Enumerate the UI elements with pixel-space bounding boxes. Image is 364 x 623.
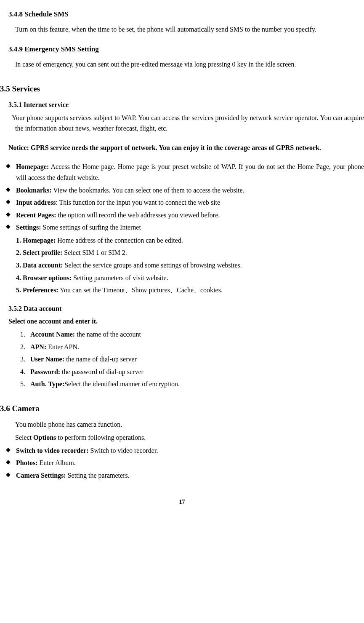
camera-bullet-photos: Photos: Enter Album. [8, 457, 364, 468]
settings-row-1-text: Home address of the connection can be ed… [56, 237, 183, 244]
camera-intro-1: You mobile phone has camera function. [15, 419, 364, 430]
bullet-input-address: Input address: This function for the inp… [8, 197, 364, 208]
bullet-recent-pages: Recent Pages: the option will record the… [8, 210, 364, 221]
account-2-text: Enter APN. [46, 343, 79, 350]
account-1-text: the name of the account [75, 331, 141, 338]
internet-bullet-list: Homepage: Access the Home page. Home pag… [0, 161, 364, 233]
settings-row-1-label: 1. Homepage: [16, 237, 56, 244]
para-internet-service: Your phone supports services subject to … [12, 112, 364, 134]
page-number: 17 [0, 497, 364, 507]
camera-intro-2c: to perform following operations. [56, 434, 146, 441]
account-2-label: APN: [30, 343, 46, 350]
account-5-label: Auth. Type: [30, 380, 64, 388]
account-3-label: User Name: [30, 356, 64, 363]
camera-photos-text: Enter Album. [38, 459, 76, 466]
camera-bullet-list: Switch to video recorder: Switch to vide… [0, 445, 364, 481]
heading-data-account: 3.5.2 Data account [8, 303, 364, 314]
settings-row-preferences: 5. Preferences: You can set the Timeout、… [16, 285, 364, 296]
settings-sublist: 1. Homepage: Home address of the connect… [16, 235, 364, 296]
settings-row-5-text: You can set the Timeout、Show pictures、Ca… [58, 286, 223, 294]
para-emergency-sms: In case of emergency, you can sent out t… [0, 59, 364, 70]
heading-emergency-sms: 3.4.9 Emergency SMS Setting [8, 43, 364, 55]
account-4-text: the password of dial-up server [60, 368, 143, 375]
heading-schedule-sms: 3.4.8 Schedule SMS [8, 8, 364, 20]
camera-settings-label: Camera Settings: [16, 472, 66, 479]
data-account-list: Account Name: the name of the account AP… [18, 329, 364, 390]
account-3-text: the name of dial-up server [64, 356, 137, 363]
bullet-homepage: Homepage: Access the Home page. Home pag… [8, 161, 364, 183]
account-1-label: Account Name: [30, 331, 75, 338]
camera-bullet-settings: Camera Settings: Setting the parameters. [8, 470, 364, 481]
settings-row-2-text: Select SIM 1 or SIM 2. [62, 249, 127, 256]
bullet-homepage-label: Homepage: [16, 163, 49, 170]
account-item-password: Password: the password of dial-up server [27, 366, 364, 377]
settings-row-4-label: 4. Browser options: [16, 274, 72, 281]
settings-row-browser-options: 4. Browser options: Setting parameters o… [16, 273, 364, 283]
settings-row-homepage: 1. Homepage: Home address of the connect… [16, 235, 364, 246]
camera-photos-label: Photos: [16, 459, 38, 466]
settings-row-data-account: 3. Data account: Select the service grou… [16, 260, 364, 271]
account-4-label: Password: [30, 368, 60, 375]
bullet-settings-label: Settings: [16, 224, 41, 231]
settings-row-2-label: 2. Select profile: [16, 249, 62, 256]
account-5-text: Select the identified manner of encrypti… [64, 380, 180, 388]
bullet-bookmarks-label: Bookmarks: [16, 187, 51, 194]
settings-row-3-text: Select the service groups and some setti… [63, 262, 242, 269]
bullet-settings-text: Some settings of surfing the Internet [41, 224, 141, 231]
settings-row-3-label: 3. Data account: [16, 262, 63, 269]
heading-camera: 3.6 Camera [0, 402, 364, 415]
bullet-input-text: : This function for the input you want t… [56, 199, 220, 206]
camera-intro-2b: Options [33, 434, 56, 441]
bullet-settings: Settings: Some settings of surfing the I… [8, 222, 364, 233]
bullet-recent-text: the option will record the web addresses… [56, 211, 220, 219]
account-item-apn: APN: Enter APN. [27, 342, 364, 353]
select-account-line: Select one account and enter it. [8, 316, 364, 327]
bullet-input-label: Input address [16, 199, 56, 206]
account-item-name: Account Name: the name of the account [27, 329, 364, 340]
bullet-bookmarks-text: View the bookmarks. You can select one o… [51, 187, 244, 194]
account-item-username: User Name: the name of dial-up server [27, 354, 364, 365]
notice-gprs: Notice: GPRS service needs the support o… [8, 142, 364, 153]
bullet-bookmarks: Bookmarks: View the bookmarks. You can s… [8, 185, 364, 196]
bullet-recent-label: Recent Pages: [16, 211, 56, 219]
camera-switch-label: Switch to video recorder: [16, 447, 89, 454]
heading-services: 3.5 Services [0, 83, 364, 95]
camera-intro-2a: Select [15, 434, 33, 441]
camera-settings-text: Setting the parameters. [66, 472, 130, 479]
settings-row-5-label: 5. Preferences: [16, 286, 58, 294]
heading-internet-service: 3.5.1 Internet service [8, 99, 364, 110]
para-schedule-sms: Turn on this feature, when the time to b… [0, 24, 364, 35]
settings-row-select-profile: 2. Select profile: Select SIM 1 or SIM 2… [16, 247, 364, 258]
camera-intro-2: Select Options to perform following oper… [15, 432, 364, 443]
camera-switch-text: Switch to video recorder. [89, 447, 158, 454]
bullet-homepage-text: Access the Home page. Home page is your … [16, 163, 364, 181]
camera-bullet-switch: Switch to video recorder: Switch to vide… [8, 445, 364, 456]
settings-row-4-text: Setting parameters of visit website. [72, 274, 168, 281]
account-item-authtype: Auth. Type:Select the identified manner … [27, 379, 364, 390]
